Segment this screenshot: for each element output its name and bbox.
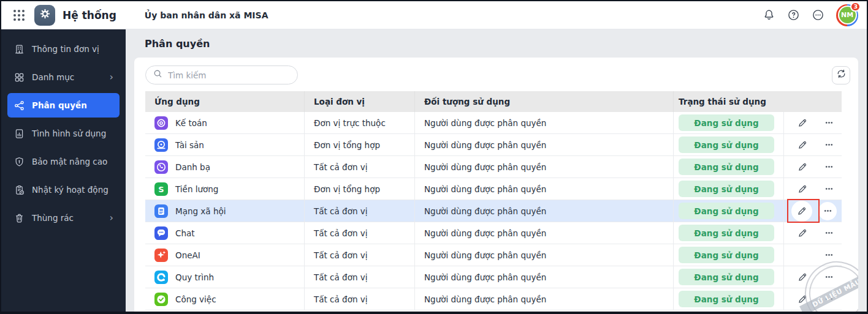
sidebar-item-tinh-hinh-su-dung[interactable]: Tình hình sử dụng [7, 121, 120, 146]
sidebar-item-bao-mat-nang-cao[interactable]: Bảo mật nâng cao [7, 149, 120, 174]
system-app-logo[interactable] [34, 5, 55, 26]
sidebar-item-label: Thông tin đơn vị [32, 44, 99, 54]
unit-type-value: Đơn vị trực thuộc [305, 112, 415, 133]
status-badge: Đang sử dụng [679, 159, 774, 175]
table-row-tai-san[interactable]: Tài sản Đơn vị tổng hợp Người dùng được … [145, 134, 842, 156]
row-more-actions-button[interactable] [820, 223, 838, 243]
table-row-mang-xa-hoi[interactable]: Mạng xã hội Tất cả đơn vị Người dùng đượ… [145, 200, 842, 222]
row-more-actions-button[interactable] [820, 157, 838, 177]
permissions-panel: Ứng dụng Loại đơn vị Đối tượng sử dụng T… [134, 58, 858, 312]
table-row-cong-viec[interactable]: Công việc Tất cả đơn vị Người dùng được … [145, 288, 842, 310]
sidebar-item-nhat-ky-hoat-dong[interactable]: Nhật ký hoạt động [7, 178, 120, 202]
table-row-ke-toan[interactable]: Kế toán Đơn vị trực thuộc Người dùng đượ… [145, 112, 842, 134]
column-header-audience: Đối tượng sử dụng [415, 91, 674, 112]
sidebar-item-thung-rac[interactable]: Thùng rác › [7, 206, 120, 230]
table-row-oneai[interactable]: OneAI Tất cả đơn vị Người dùng được phân… [145, 244, 842, 266]
notification-bell-icon[interactable] [763, 9, 775, 21]
grid-icon [13, 72, 25, 83]
sidebar-item-label: Nhật ký hoạt động [32, 185, 108, 195]
notification-count-badge: 3 [850, 2, 861, 12]
audience-value: Người dùng được phân quyền [415, 288, 674, 310]
audience-value: Người dùng được phân quyền [415, 266, 674, 288]
top-bar: Hệ thống Ủy ban nhân dân xã MISA [1, 1, 867, 29]
sidebar-item-thong-tin-don-vi[interactable]: Thông tin đơn vị [7, 37, 120, 61]
row-more-actions-button[interactable] [820, 113, 838, 133]
table-row-quy-trinh[interactable]: Quy trình Tất cả đơn vị Người dùng được … [145, 266, 842, 288]
content-area: Phân quyền [126, 29, 867, 312]
help-icon[interactable] [787, 9, 800, 21]
app-launcher-grid-icon[interactable] [13, 10, 25, 21]
refresh-icon [836, 69, 847, 81]
edit-pencil-button[interactable] [791, 223, 813, 243]
table-header-row: Ứng dụng Loại đơn vị Đối tượng sử dụng T… [145, 91, 842, 112]
status-badge: Đang sử dụng [679, 269, 774, 285]
column-header-app: Ứng dụng [145, 91, 305, 112]
row-more-actions-button[interactable] [820, 290, 838, 309]
edit-pencil-button[interactable] [791, 135, 813, 155]
edit-pencil-button[interactable] [791, 267, 813, 287]
edit-pencil-button[interactable] [791, 157, 813, 177]
table-row-tien-luong[interactable]: S Tiền lương Đơn vị tổng hợp Người dùng … [145, 178, 842, 200]
more-menu-icon[interactable] [812, 9, 824, 21]
unit-type-value: Tất cả đơn vị [305, 266, 415, 288]
unit-type-value: Tất cả đơn vị [305, 244, 415, 266]
search-input[interactable] [168, 70, 290, 80]
column-header-status: Trạng thái sử dụng [674, 91, 784, 112]
ke-toan-app-icon [154, 116, 168, 130]
row-more-actions-button[interactable] [818, 202, 837, 220]
edit-pencil-button[interactable] [791, 201, 812, 222]
table-row-danh-ba[interactable]: Danh bạ Tất cả đơn vị Người dùng được ph… [145, 156, 842, 178]
unit-type-value: Tất cả đơn vị [305, 288, 415, 310]
refresh-button[interactable] [832, 66, 850, 84]
chevron-right-icon: › [110, 213, 113, 223]
status-badge: Đang sử dụng [679, 203, 774, 219]
table-row-chat[interactable]: Chat Tất cả đơn vị Người dùng được phân … [145, 222, 842, 244]
building-icon [13, 44, 25, 54]
chat-app-icon [154, 226, 168, 240]
organization-name: Ủy ban nhân dân xã MISA [145, 10, 268, 20]
app-name: Chat [175, 228, 195, 238]
row-more-actions-button[interactable] [820, 245, 838, 265]
tien-luong-app-icon: S [154, 182, 168, 196]
search-box[interactable] [145, 65, 298, 84]
user-avatar[interactable]: NM 3 [836, 4, 858, 26]
audience-value: Người dùng được phân quyền [415, 112, 674, 133]
sidebar-item-label: Phân quyền [32, 100, 87, 110]
status-badge: Đang sử dụng [679, 291, 774, 307]
sidebar-item-phan-quyen[interactable]: Phân quyền [7, 93, 120, 118]
tai-san-app-icon [154, 138, 168, 152]
app-name: Mạng xã hội [175, 206, 226, 216]
app-name: Danh bạ [175, 162, 210, 172]
search-icon [153, 69, 162, 81]
toolbar [145, 65, 842, 84]
unit-type-value: Đơn vị tổng hợp [305, 134, 415, 155]
status-badge: Đang sử dụng [679, 136, 774, 153]
table-body: Kế toán Đơn vị trực thuộc Người dùng đượ… [145, 112, 842, 310]
audience-value: Người dùng được phân quyền [415, 156, 674, 178]
sidebar-item-danh-muc[interactable]: Danh mục › [7, 65, 120, 89]
app-title: Hệ thống [63, 9, 116, 21]
row-more-actions-button[interactable] [820, 179, 838, 199]
status-badge: Đang sử dụng [679, 225, 774, 241]
sidebar-item-label: Danh mục [32, 72, 74, 82]
permissions-table: Ứng dụng Loại đơn vị Đối tượng sử dụng T… [145, 91, 842, 310]
app-name: OneAI [175, 250, 200, 260]
unit-type-value: Tất cả đơn vị [305, 200, 415, 222]
doc-chart-icon [13, 129, 25, 139]
app-name: Công việc [175, 294, 216, 304]
unit-type-value: Tất cả đơn vị [305, 222, 415, 244]
edit-pencil-button[interactable] [791, 113, 813, 133]
trash-icon [13, 213, 25, 223]
app-name: Kế toán [175, 118, 207, 128]
sidebar-item-label: Tình hình sử dụng [32, 129, 106, 138]
edit-pencil-button[interactable] [791, 290, 813, 309]
audience-value: Người dùng được phân quyền [415, 178, 674, 200]
shield-icon [13, 157, 25, 167]
audience-value: Người dùng được phân quyền [415, 134, 674, 155]
row-more-actions-button[interactable] [820, 267, 838, 287]
column-header-actions [784, 91, 842, 112]
row-more-actions-button[interactable] [820, 135, 838, 155]
unit-type-value: Tất cả đơn vị [305, 156, 415, 178]
edit-pencil-button[interactable] [791, 179, 813, 199]
audience-value: Người dùng được phân quyền [415, 222, 674, 244]
